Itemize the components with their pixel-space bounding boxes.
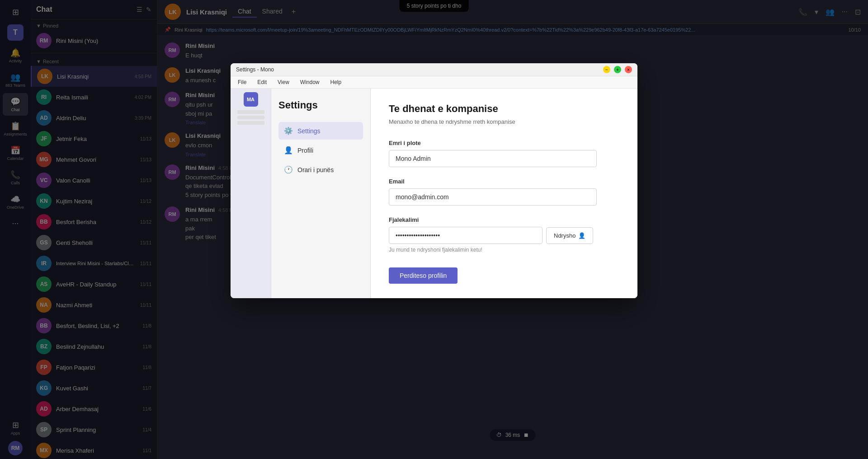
settings-sidebar-title: Settings — [278, 99, 363, 111]
change-icon: 👤 — [578, 232, 585, 239]
menu-edit[interactable]: Edit — [255, 78, 269, 86]
settings-sidebar: Settings ⚙️ Settings 👤 Profili 🕐 Orari i… — [271, 89, 371, 298]
settings-gear-icon: ⚙️ — [284, 126, 293, 135]
app-preview-initials: MA — [247, 97, 255, 102]
settings-nav-label: Orari i punës — [297, 166, 334, 173]
minimize-button[interactable]: − — [603, 66, 610, 73]
change-password-button[interactable]: Ndrysho 👤 — [546, 227, 593, 244]
save-profile-button[interactable]: Perditeso profilin — [389, 267, 458, 284]
settings-nav-label: Profili — [297, 147, 313, 154]
modal-window-controls: − + × — [603, 66, 632, 73]
close-button[interactable]: × — [625, 66, 632, 73]
app-preview-bar — [237, 110, 264, 114]
app-preview-bar — [237, 121, 264, 125]
modal-title: Settings - Mono — [236, 66, 599, 73]
modal-overlay: Settings - Mono − + × File Edit View Win… — [0, 0, 868, 459]
settings-nav-profili[interactable]: 👤 Profili — [278, 141, 363, 159]
menu-window[interactable]: Window — [298, 78, 321, 86]
form-group-fullname: Emri i plote — [389, 140, 619, 167]
menu-view[interactable]: View — [276, 78, 291, 86]
maximize-button[interactable]: + — [614, 66, 621, 73]
password-input[interactable] — [389, 227, 542, 244]
fullname-input[interactable] — [389, 150, 597, 167]
email-label: Email — [389, 178, 619, 185]
save-btn-label: Perditeso profilin — [400, 272, 447, 279]
modal-body: MA Settings ⚙️ Settings 👤 Profili 🕐 — [231, 89, 637, 298]
settings-nav-settings[interactable]: ⚙️ Settings — [278, 122, 363, 140]
password-hint: Ju mund te ndryshoni fjalekalimin ketu! — [389, 247, 619, 253]
app-preview-avatar: MA — [244, 92, 258, 107]
modal-menu-bar: File Edit View Window Help — [231, 76, 637, 89]
password-label: Fjalekalimi — [389, 216, 619, 223]
settings-profile-icon: 👤 — [284, 146, 293, 155]
settings-clock-icon: 🕐 — [284, 165, 293, 174]
fullname-label: Emri i plote — [389, 140, 619, 146]
app-sidebar-preview: MA — [231, 89, 271, 298]
form-group-password: Fjalekalimi Ndrysho 👤 Ju mund te ndrysho… — [389, 216, 619, 253]
menu-file[interactable]: File — [236, 78, 248, 86]
password-group: Ndrysho 👤 — [389, 227, 619, 244]
settings-content: Te dhenat e kompanise Menaxho te dhena t… — [371, 89, 637, 298]
menu-help[interactable]: Help — [329, 78, 344, 86]
modal-titlebar: Settings - Mono − + × — [231, 63, 637, 76]
change-btn-label: Ndrysho — [554, 232, 576, 239]
settings-nav-orari[interactable]: 🕐 Orari i punës — [278, 161, 363, 178]
app-preview-bar — [237, 116, 264, 119]
email-input[interactable] — [389, 188, 597, 206]
settings-nav-label: Settings — [297, 127, 321, 135]
form-group-email: Email — [389, 178, 619, 206]
settings-section-desc: Menaxho te dhena te ndryshme rreth kompa… — [389, 118, 619, 125]
settings-modal: Settings - Mono − + × File Edit View Win… — [231, 63, 637, 298]
settings-section-title: Te dhenat e kompanise — [389, 103, 619, 115]
